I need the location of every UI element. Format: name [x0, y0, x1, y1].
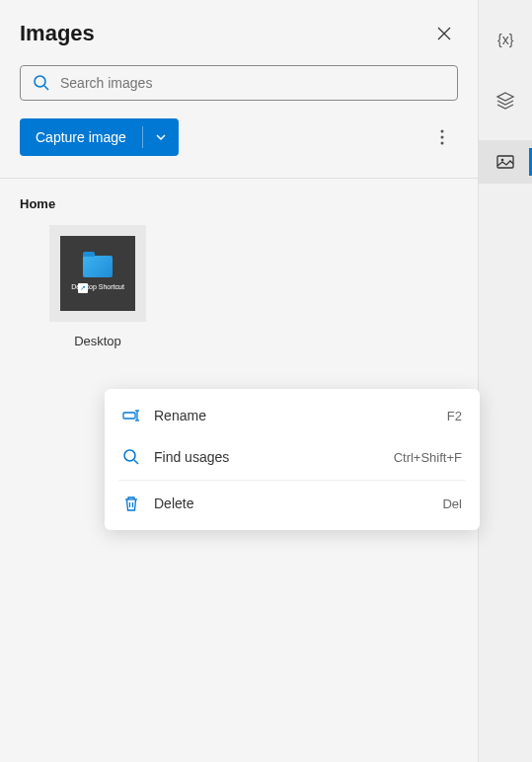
- home-section: Home ↗ Desktop Shortcut Desktop: [20, 196, 458, 348]
- panel-title: Images: [20, 21, 95, 46]
- svg-point-2: [441, 130, 444, 133]
- more-vertical-icon: [440, 129, 444, 145]
- image-label: Desktop: [74, 334, 121, 348]
- menu-shortcut: F2: [447, 409, 462, 423]
- menu-label: Find usages: [154, 449, 394, 465]
- rail-item-variables[interactable]: {x}: [479, 18, 532, 61]
- images-panel: Images Capture image Home ↗ D: [0, 0, 479, 762]
- side-rail: {x}: [479, 0, 532, 762]
- search-input[interactable]: [60, 75, 445, 91]
- svg-point-7: [501, 159, 504, 162]
- close-button[interactable]: [430, 20, 458, 47]
- menu-label: Rename: [154, 408, 447, 423]
- shortcut-badge-icon: ↗: [78, 283, 88, 293]
- trash-icon: [122, 495, 140, 512]
- menu-shortcut: Del: [442, 496, 462, 511]
- capture-image-button[interactable]: Capture image: [20, 118, 179, 156]
- menu-label: Delete: [154, 495, 442, 511]
- rail-item-images[interactable]: [479, 140, 532, 184]
- svg-point-12: [124, 450, 135, 461]
- menu-item-rename[interactable]: Rename F2: [105, 395, 480, 436]
- context-menu: Rename F2 Find usages Ctrl+Shift+F Delet…: [105, 389, 480, 530]
- menu-shortcut: Ctrl+Shift+F: [394, 450, 462, 465]
- svg-point-0: [35, 76, 45, 87]
- search-input-container[interactable]: [20, 65, 458, 101]
- thumbnail-preview: ↗ Desktop Shortcut: [60, 236, 135, 311]
- section-title: Home: [20, 196, 458, 211]
- divider: [0, 178, 478, 179]
- more-options-button[interactable]: [426, 121, 458, 153]
- menu-divider: [118, 480, 466, 481]
- svg-point-4: [441, 142, 444, 145]
- rename-icon: [122, 407, 140, 424]
- menu-item-find-usages[interactable]: Find usages Ctrl+Shift+F: [105, 436, 480, 478]
- capture-dropdown-button[interactable]: [143, 118, 179, 156]
- close-icon: [437, 27, 451, 40]
- variables-icon: {x}: [495, 30, 515, 49]
- image-item[interactable]: ↗ Desktop Shortcut Desktop: [49, 225, 146, 348]
- image-thumbnail[interactable]: ↗ Desktop Shortcut: [49, 225, 146, 322]
- action-row: Capture image: [20, 118, 458, 156]
- panel-header: Images: [20, 20, 458, 47]
- capture-image-label[interactable]: Capture image: [20, 118, 142, 156]
- menu-item-delete[interactable]: Delete Del: [105, 483, 480, 524]
- svg-line-1: [44, 86, 48, 90]
- svg-point-3: [441, 136, 444, 139]
- folder-icon: [83, 256, 113, 277]
- svg-line-13: [134, 460, 138, 464]
- search-icon: [122, 448, 140, 466]
- svg-text:{x}: {x}: [497, 32, 514, 47]
- images-icon: [495, 152, 515, 172]
- layers-icon: [495, 91, 515, 111]
- svg-rect-8: [123, 413, 135, 419]
- rail-item-layers[interactable]: [479, 79, 532, 122]
- search-icon: [33, 74, 50, 92]
- chevron-down-icon: [155, 131, 167, 143]
